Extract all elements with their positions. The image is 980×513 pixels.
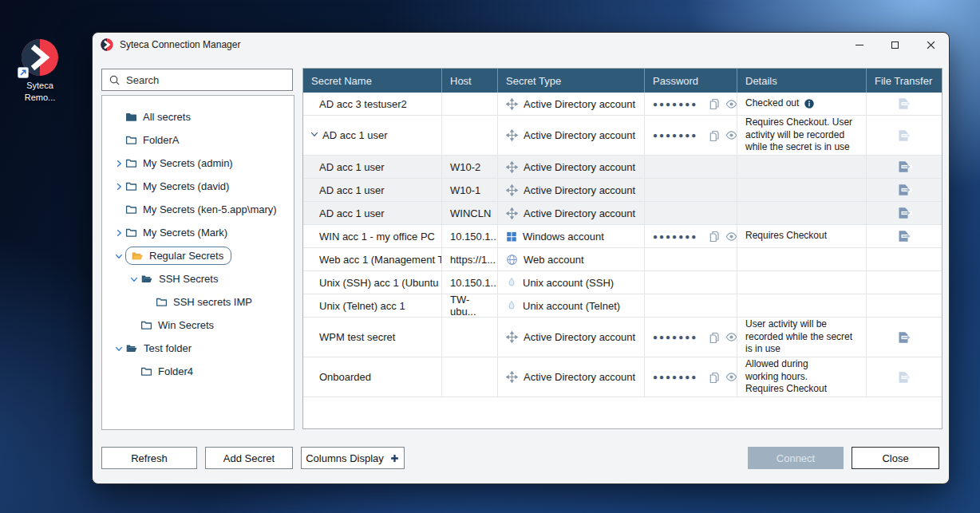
secret-name-text: Onboarded <box>319 371 371 383</box>
connect-button[interactable]: Connect <box>748 447 844 469</box>
file-transfer-enabled-icon[interactable] <box>896 207 912 219</box>
table-row-onboarded[interactable]: OnboardedActive Directory account●●●●●●●… <box>303 357 942 397</box>
chevron-down-icon[interactable] <box>113 251 125 261</box>
cell-secret-type: Active Directory account <box>498 156 645 178</box>
tree-node[interactable]: Win Secrets <box>140 319 214 331</box>
cell-secret-type: Active Directory account <box>498 202 645 224</box>
tree-node[interactable]: FolderA <box>125 134 180 146</box>
cell-host: TW-ubu... <box>442 294 498 317</box>
tree-item-my-secrets-ken-5-app-mary[interactable]: My Secrets (ken-5.app\mary) <box>102 198 294 221</box>
tree-item-my-secrets-admin[interactable]: My Secrets (admin) <box>102 152 294 175</box>
details-text: Requires Checkout <box>745 230 827 243</box>
table-row-win-acc-1-my-office-pc-10-150-1[interactable]: WIN acc 1 - my office PC10.150.1...Windo… <box>303 225 942 248</box>
table-row-ad-acc-1-user[interactable]: AD acc 1 userActive Directory account●●●… <box>303 116 942 156</box>
close-dialog-button[interactable]: Close <box>852 447 939 469</box>
secret-name-text: AD acc 1 user <box>319 207 385 219</box>
tree-item-label: Win Secrets <box>158 319 214 331</box>
table-row-ad-acc-3-testuser2[interactable]: AD acc 3 testuser2Active Directory accou… <box>303 93 942 116</box>
syteca-connection-manager-window: Syteca Connection Manager All secretsFol… <box>92 32 950 484</box>
table-row-web-acc-1-management-tool-https-1[interactable]: Web acc 1 (Management Toolhttps://1...We… <box>303 248 942 271</box>
file-transfer-enabled-icon[interactable] <box>896 183 912 196</box>
minimize-button[interactable] <box>841 33 877 57</box>
secret-name-text: AD acc 1 user <box>322 129 388 141</box>
maximize-icon <box>891 41 899 49</box>
file-transfer-enabled-icon[interactable] <box>896 160 912 173</box>
copy-password-icon[interactable] <box>708 129 721 142</box>
column-header-host[interactable]: Host <box>442 69 498 93</box>
tree-item-ssh-secrets[interactable]: SSH Secrets <box>102 267 294 290</box>
info-icon[interactable] <box>804 98 815 109</box>
cell-secret-name: WPM test secret <box>303 318 442 357</box>
folder-open-dark-icon <box>125 342 138 354</box>
table-row-ad-acc-1-user-w10-2[interactable]: AD acc 1 userW10-2Active Directory accou… <box>303 156 942 179</box>
chevron-right-icon[interactable] <box>113 159 125 168</box>
copy-password-icon[interactable] <box>708 331 721 344</box>
web-account-icon <box>506 254 518 266</box>
column-header-secret-type[interactable]: Secret Type <box>498 69 645 93</box>
copy-password-icon[interactable] <box>708 371 721 384</box>
search-box[interactable] <box>101 69 293 91</box>
tree-item-foldera[interactable]: FolderA <box>102 128 294 152</box>
cell-secret-name: AD acc 1 user <box>303 202 442 224</box>
show-password-icon[interactable] <box>725 331 737 343</box>
copy-password-icon[interactable] <box>708 230 721 243</box>
column-header-password[interactable]: Password <box>645 69 737 93</box>
table-row-wpm-test-secret[interactable]: WPM test secretActive Directory account●… <box>303 318 942 357</box>
table-row-unix-ssh-acc-1-ubuntu-22-04-10-150-1[interactable]: Unix (SSH) acc 1 (Ubuntu 22.0410.150.1..… <box>303 271 942 294</box>
tree-node[interactable]: Folder4 <box>140 365 193 377</box>
search-input[interactable] <box>126 74 286 86</box>
desktop-shortcut-syteca[interactable]: Syteca Remo... <box>11 38 69 104</box>
tree-item-regular-secrets[interactable]: Regular Secrets <box>102 244 294 267</box>
table-row-unix-telnet-acc-1-tw-ubu[interactable]: Unix (Telnet) acc 1TW-ubu...Unix account… <box>303 294 942 318</box>
cell-details <box>737 179 867 201</box>
tree-node[interactable]: My Secrets (Mark) <box>125 227 227 239</box>
cell-details: Requires Checkout. User activity will be… <box>737 116 867 155</box>
column-header-details[interactable]: Details <box>737 69 867 93</box>
chevron-right-icon[interactable] <box>113 182 125 191</box>
secret-name-text: WPM test secret <box>319 331 395 343</box>
cell-file-transfer <box>867 294 942 317</box>
shortcut-label-line2: Remo... <box>11 92 69 104</box>
refresh-button[interactable]: Refresh <box>101 447 197 469</box>
show-password-icon[interactable] <box>725 231 737 243</box>
cell-host: https://1... <box>442 248 498 270</box>
chevron-right-icon[interactable] <box>113 228 125 238</box>
show-password-icon[interactable] <box>725 371 737 383</box>
file-transfer-enabled-icon[interactable] <box>896 230 912 243</box>
tree-node[interactable]: SSH secrets IMP <box>156 296 252 308</box>
secret-name-text: AD acc 3 testuser2 <box>319 98 407 110</box>
row-expand-chevron-icon[interactable] <box>310 129 319 141</box>
table-row-ad-acc-1-user-wincln[interactable]: AD acc 1 userWINCLNActive Directory acco… <box>303 202 942 225</box>
cell-secret-name: AD acc 1 user <box>303 116 442 155</box>
table-row-ad-acc-1-user-w10-1[interactable]: AD acc 1 userW10-1Active Directory accou… <box>303 179 942 202</box>
add-secret-button[interactable]: Add Secret <box>205 447 293 469</box>
tree-item-test-folder[interactable]: Test folder <box>102 337 294 360</box>
chevron-down-icon[interactable] <box>128 274 140 284</box>
tree-item-my-secrets-mark[interactable]: My Secrets (Mark) <box>102 221 294 244</box>
show-password-icon[interactable] <box>725 129 737 141</box>
tree-item-label: SSH Secrets <box>159 273 218 285</box>
tree-item-folder4[interactable]: Folder4 <box>102 360 294 383</box>
tree-node[interactable]: My Secrets (ken-5.app\mary) <box>125 203 277 215</box>
tree-node[interactable]: My Secrets (admin) <box>125 157 233 169</box>
tree-item-win-secrets[interactable]: Win Secrets <box>102 314 294 337</box>
cell-host <box>442 318 498 357</box>
chevron-down-icon[interactable] <box>113 344 125 353</box>
close-button[interactable] <box>913 33 949 57</box>
column-header-secret-name[interactable]: Secret Name <box>303 69 442 93</box>
show-password-icon[interactable] <box>725 98 737 110</box>
tree-node[interactable]: Test folder <box>125 342 192 354</box>
tree-item-ssh-secrets-imp[interactable]: SSH secrets IMP <box>102 290 294 314</box>
tree-node-selected[interactable]: Regular Secrets <box>125 247 231 265</box>
tree-node[interactable]: All secrets <box>125 111 191 123</box>
ad-account-icon <box>506 184 518 196</box>
tree-node[interactable]: My Secrets (david) <box>125 180 229 192</box>
tree-item-my-secrets-david[interactable]: My Secrets (david) <box>102 175 294 198</box>
tree-node[interactable]: SSH Secrets <box>140 273 218 285</box>
columns-display-button[interactable]: Columns Display <box>301 447 405 469</box>
copy-password-icon[interactable] <box>708 97 721 110</box>
file-transfer-enabled-icon[interactable] <box>896 331 912 344</box>
tree-item-all-secrets[interactable]: All secrets <box>102 105 294 128</box>
maximize-button[interactable] <box>877 33 913 57</box>
column-header-file-transfer[interactable]: File Transfer <box>867 69 942 93</box>
